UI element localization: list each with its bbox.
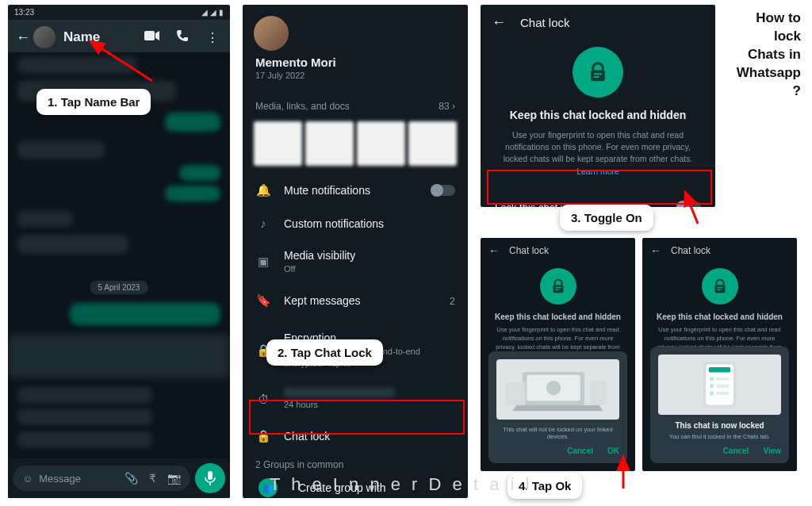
screen2-contact-info: Memento Mori 17 July 2022 Media, links, … <box>243 5 468 498</box>
svg-rect-8 <box>553 285 563 293</box>
more-icon[interactable]: ⋮ <box>203 30 222 45</box>
screen4a-dialog: ← Chat lock Keep this chat locked and hi… <box>481 238 635 471</box>
cancel-button[interactable]: Cancel <box>723 447 749 455</box>
svg-rect-5 <box>594 73 602 75</box>
kept-count: 2 <box>450 295 455 307</box>
step1-pill: 1. Tap Name Bar <box>36 89 151 115</box>
ok-button[interactable]: OK <box>607 447 619 455</box>
media-thumb[interactable] <box>305 121 354 166</box>
lock-badge-icon <box>540 268 576 305</box>
svg-rect-28 <box>716 392 729 395</box>
locked-confirmation-dialog: This chat is now locked You can find it … <box>650 347 789 463</box>
date-chip: 5 April 2023 <box>90 281 148 294</box>
tutorial-title: How to lock Chats in Whatsapp ? <box>737 10 801 101</box>
chatlock-title: Chat lock <box>520 16 570 29</box>
media-section-header[interactable]: Media, links, and docs 83 › <box>243 91 468 121</box>
custom-notif-row[interactable]: ♪ Custom notifications <box>243 207 468 240</box>
svg-rect-19 <box>717 289 721 290</box>
svg-rect-15 <box>591 381 607 405</box>
dialog-title: This chat is now locked <box>658 421 781 430</box>
media-thumb[interactable] <box>408 121 457 166</box>
view-button[interactable]: View <box>763 447 781 455</box>
chat-header[interactable]: ← Name ⋮ <box>8 20 230 55</box>
step2-pill: 2. Tap Chat Lock <box>266 339 383 366</box>
svg-rect-6 <box>594 76 599 78</box>
cancel-button[interactable]: Cancel <box>567 447 593 455</box>
svg-rect-22 <box>709 367 730 372</box>
image-icon: ▣ <box>255 255 271 269</box>
chatlock-header: ← Chat lock <box>481 5 715 40</box>
chatlock-heading: Keep this chat locked and hidden <box>488 312 627 321</box>
video-call-icon[interactable] <box>143 30 162 44</box>
lock-badge-icon <box>702 268 738 305</box>
screen4b-dialog: ← Chat lock Keep this chat locked and hi… <box>642 238 797 471</box>
chatlock-description: Use your fingerprint to open this chat a… <box>498 129 698 178</box>
media-label: Media, links, and docs <box>255 101 350 112</box>
svg-point-13 <box>546 381 561 395</box>
title-line: Whatsapp <box>737 64 801 82</box>
media-vis-sublabel: Off <box>284 263 455 274</box>
emoji-icon[interactable]: ☺ <box>22 473 33 485</box>
svg-rect-24 <box>716 378 729 381</box>
svg-point-25 <box>710 384 714 388</box>
status-icons: ◢◢▮ <box>199 8 224 17</box>
voice-call-icon[interactable] <box>173 29 192 45</box>
svg-rect-10 <box>555 289 559 290</box>
avatar[interactable] <box>254 16 289 51</box>
chatlock-heading: Keep this chat locked and hidden <box>650 312 789 321</box>
lock-badge-icon <box>573 47 623 98</box>
svg-point-23 <box>710 377 714 381</box>
media-grid[interactable] <box>254 121 457 166</box>
back-icon[interactable]: ← <box>650 244 661 257</box>
media-vis-label: Media visibility <box>284 249 455 262</box>
dialog-illustration <box>658 355 781 415</box>
svg-rect-1 <box>208 471 213 480</box>
media-thumb[interactable] <box>357 121 405 166</box>
back-icon[interactable]: ← <box>488 244 500 257</box>
fingerprint-toggle[interactable] <box>677 201 701 207</box>
dialog-sub: You can find it locked in the Chats tab. <box>658 433 781 440</box>
attach-icon[interactable]: 📎 <box>124 472 138 485</box>
svg-point-27 <box>710 391 714 395</box>
svg-rect-0 <box>144 31 155 40</box>
camera-icon[interactable]: 📷 <box>167 472 181 485</box>
contact-name[interactable]: Name <box>63 29 132 45</box>
chatlock-title: Chat lock <box>671 245 710 256</box>
bookmark-icon: 🔖 <box>255 293 271 308</box>
status-time: 13:23 <box>14 8 34 17</box>
rupee-icon[interactable]: ₹ <box>149 472 156 485</box>
message-placeholder: Message <box>39 473 81 485</box>
svg-rect-9 <box>555 287 561 288</box>
title-line: lock <box>737 28 801 46</box>
disappearing-sublabel: 24 hours <box>284 399 455 410</box>
back-icon[interactable]: ← <box>16 29 30 46</box>
media-thumb[interactable] <box>254 121 302 166</box>
chatlock-heading: Keep this chat locked and hidden <box>493 109 703 121</box>
status-bar: 13:23 ◢◢▮ <box>8 5 230 20</box>
media-visibility-row[interactable]: ▣ Media visibility Off <box>243 240 468 284</box>
groups-header: 2 Groups in common <box>243 453 468 473</box>
mute-row[interactable]: 🔔 Mute notifications <box>243 174 468 207</box>
chatlock-label: Chat lock <box>284 430 455 443</box>
disappearing-row[interactable]: ⏱ 24 hours <box>243 378 468 420</box>
mic-button[interactable] <box>195 463 225 493</box>
svg-rect-4 <box>591 71 605 82</box>
kept-messages-row[interactable]: 🔖 Kept messages 2 <box>243 284 468 317</box>
profile-name: Memento Mori <box>243 56 468 71</box>
svg-rect-26 <box>716 385 729 388</box>
mute-toggle[interactable] <box>431 185 455 196</box>
avatar[interactable] <box>33 26 56 48</box>
learn-more-link[interactable]: Learn more <box>576 167 619 176</box>
note-icon: ♪ <box>255 217 271 230</box>
chatlock-header: ← Chat lock <box>642 238 797 263</box>
title-line: How to <box>737 10 801 28</box>
kept-label: Kept messages <box>284 294 437 307</box>
linked-devices-dialog: This chat will not be locked on your lin… <box>488 351 627 463</box>
message-input[interactable]: ☺ Message 📎 ₹ 📷 <box>13 466 190 491</box>
screen1-chat: 13:23 ◢◢▮ ← Name ⋮ 5 April 2023 <box>8 5 230 498</box>
chatlock-header: ← Chat lock <box>481 238 635 263</box>
dialog-sub: This chat will not be locked on your lin… <box>496 426 619 440</box>
step3-pill: 3. Toggle On <box>560 205 653 231</box>
back-icon[interactable]: ← <box>492 14 506 31</box>
chat-lock-row[interactable]: 🔒 Chat lock <box>243 420 468 453</box>
